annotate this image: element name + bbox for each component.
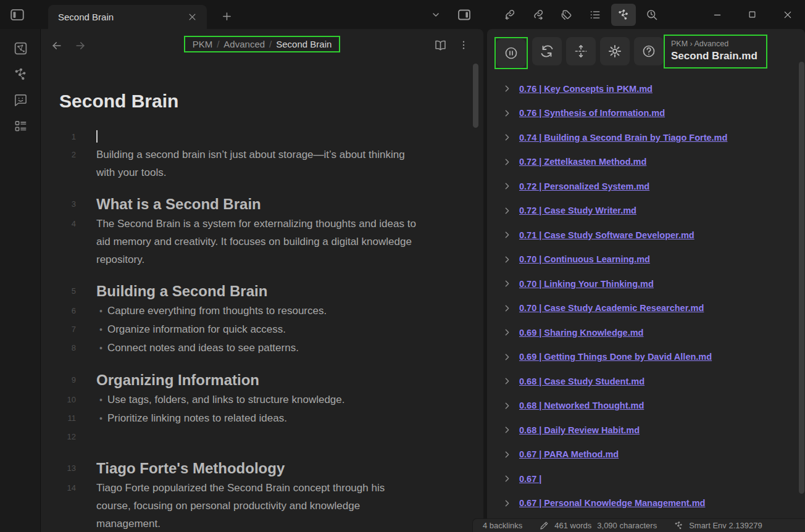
tags-button[interactable] bbox=[554, 4, 579, 26]
connection-item[interactable]: 0.67 | Personal Knowledge Management.md bbox=[487, 491, 805, 516]
connection-item[interactable]: 0.70 | Case Study Academic Researcher.md bbox=[487, 296, 805, 321]
collapse-icon[interactable] bbox=[502, 206, 512, 216]
list-view-button[interactable] bbox=[0, 113, 41, 139]
editor-text[interactable]: The Second Brain is a system for externa… bbox=[96, 215, 416, 268]
editor-text[interactable]: Tiago Forte popularized the Second Brain… bbox=[96, 479, 385, 532]
collapse-icon[interactable] bbox=[502, 449, 512, 460]
collapse-icon[interactable] bbox=[502, 230, 512, 240]
collapse-icon[interactable] bbox=[502, 132, 512, 143]
connection-link[interactable]: 0.68 | Networked Thought.md bbox=[519, 401, 644, 410]
connection-item[interactable]: 0.69 | Sharing Knowledge.md bbox=[487, 320, 805, 345]
backlinks-button[interactable] bbox=[498, 4, 522, 26]
sidebar-right-toggle-button[interactable] bbox=[452, 4, 477, 26]
heading-text[interactable]: Tiago Forte's Methodology bbox=[96, 458, 285, 479]
collapse-icon[interactable] bbox=[502, 108, 512, 118]
connection-item[interactable]: 0.69 | Getting Things Done by David Alle… bbox=[487, 345, 805, 370]
heading-text[interactable]: What is a Second Brain bbox=[96, 194, 261, 215]
breadcrumb-item-current[interactable]: Second Brain bbox=[276, 39, 332, 49]
bullet-text[interactable]: Organize information for quick access. bbox=[96, 320, 286, 339]
connection-item[interactable]: 0.72 | Personalized System.md bbox=[487, 174, 805, 199]
connection-link[interactable]: 0.68 | Case Study Student.md bbox=[519, 376, 644, 386]
more-options-button[interactable] bbox=[455, 36, 472, 54]
panel-scrollbar[interactable] bbox=[799, 62, 804, 494]
connection-item[interactable]: 0.68 | Networked Thought.md bbox=[487, 394, 805, 418]
connection-link[interactable]: 0.67 | Personal Knowledge Management.md bbox=[519, 498, 705, 508]
connection-link[interactable]: 0.67 | bbox=[519, 474, 541, 484]
bullet-text[interactable]: Connect notes and ideas to see patterns. bbox=[96, 339, 299, 357]
search-history-button[interactable] bbox=[640, 4, 664, 26]
collapse-icon[interactable] bbox=[502, 498, 512, 509]
close-button[interactable] bbox=[777, 4, 798, 25]
tab-second-brain[interactable]: Second Brain bbox=[48, 5, 207, 29]
connection-item[interactable]: 0.76 | Synthesis of Information.md bbox=[487, 101, 805, 126]
sidebar-left-toggle-button[interactable] bbox=[9, 6, 26, 23]
note-title[interactable]: Second Brain bbox=[59, 89, 483, 113]
collapse-icon[interactable] bbox=[502, 327, 512, 338]
collapse-icon[interactable] bbox=[502, 83, 512, 94]
connection-item[interactable]: 0.68 | Daily Review Habit.md bbox=[487, 418, 805, 443]
smart-connections-view-button[interactable] bbox=[0, 35, 41, 61]
smart-connections-ribbon-button[interactable] bbox=[0, 61, 41, 87]
connection-link[interactable]: 0.69 | Sharing Knowledge.md bbox=[519, 328, 643, 338]
connection-link[interactable]: 0.72 | Personalized System.md bbox=[519, 181, 649, 191]
outgoing-links-button[interactable] bbox=[526, 4, 551, 26]
smart-chat-button[interactable] bbox=[0, 87, 41, 113]
connection-item[interactable]: 0.70 | Continuous Learning.md bbox=[487, 247, 805, 272]
collapse-icon[interactable] bbox=[502, 278, 512, 289]
connection-link[interactable]: 0.70 | Linking Your Thinking.md bbox=[519, 279, 654, 289]
breadcrumb-item-pkm[interactable]: PKM bbox=[193, 39, 213, 49]
connection-link[interactable]: 0.72 | Case Study Writer.md bbox=[519, 206, 636, 215]
connection-link[interactable]: 0.70 | Continuous Learning.md bbox=[519, 254, 650, 264]
connection-item[interactable]: 0.72 | Zettelkasten Method.md bbox=[487, 150, 805, 175]
heading-text[interactable]: Building a Second Brain bbox=[96, 281, 267, 302]
bullet-text[interactable]: Capture everything from thoughts to reso… bbox=[96, 302, 327, 320]
connection-item[interactable]: 0.72 | Case Study Writer.md bbox=[487, 199, 805, 223]
connection-link[interactable]: 0.76 | Key Concepts in PKM.md bbox=[519, 84, 653, 94]
smart-connections-button[interactable] bbox=[611, 4, 636, 26]
pause-button[interactable] bbox=[496, 39, 526, 67]
heading-text[interactable]: Organizing Information bbox=[96, 370, 259, 391]
settings-button[interactable] bbox=[600, 37, 630, 65]
connection-item[interactable]: 0.67 | PARA Method.md bbox=[487, 443, 805, 467]
editor-text[interactable]: Building a second brain isn’t just about… bbox=[96, 146, 405, 181]
editor-scrollbar[interactable] bbox=[473, 64, 478, 128]
connection-link[interactable]: 0.76 | Synthesis of Information.md bbox=[519, 108, 665, 118]
collapse-icon[interactable] bbox=[502, 254, 512, 265]
connection-link[interactable]: 0.72 | Zettelkasten Method.md bbox=[519, 157, 646, 167]
collapse-icon[interactable] bbox=[502, 473, 512, 484]
connection-item[interactable]: 0.74 | Building a Second Brain by Tiago … bbox=[487, 125, 805, 150]
connection-item[interactable]: 0.71 | Case Study Software Developer.md bbox=[487, 223, 805, 247]
connection-item[interactable]: 0.76 | Key Concepts in PKM.md bbox=[487, 77, 805, 101]
reading-view-button[interactable] bbox=[432, 36, 449, 54]
tab-list-button[interactable] bbox=[423, 4, 448, 26]
new-tab-button[interactable] bbox=[217, 7, 236, 25]
collapse-icon[interactable] bbox=[502, 425, 512, 435]
connection-link[interactable]: 0.68 | Daily Review Habit.md bbox=[519, 425, 640, 435]
collapse-icon[interactable] bbox=[502, 401, 512, 411]
outline-button[interactable] bbox=[583, 4, 607, 26]
minimize-button[interactable] bbox=[707, 4, 728, 25]
collapse-icon[interactable] bbox=[502, 303, 512, 314]
collapse-icon[interactable] bbox=[502, 157, 512, 167]
bullet-text[interactable]: Prioritize linking notes to related idea… bbox=[96, 409, 287, 428]
connection-item[interactable]: 0.68 | Case Study Student.md bbox=[487, 369, 805, 394]
connection-item[interactable]: 0.70 | Linking Your Thinking.md bbox=[487, 272, 805, 296]
connection-link[interactable]: 0.67 | PARA Method.md bbox=[519, 449, 619, 459]
smart-env-status[interactable]: Smart Env 2.139279 bbox=[689, 521, 762, 530]
backlinks-count[interactable]: 4 backlinks bbox=[483, 521, 522, 530]
collapse-icon[interactable] bbox=[502, 352, 512, 362]
fold-toggle-button[interactable] bbox=[566, 37, 596, 65]
maximize-button[interactable] bbox=[742, 4, 763, 25]
collapse-icon[interactable] bbox=[502, 181, 512, 191]
connection-link[interactable]: 0.69 | Getting Things Done by David Alle… bbox=[519, 352, 712, 362]
breadcrumb-item-advanced[interactable]: Advanced bbox=[223, 39, 265, 49]
help-button[interactable] bbox=[634, 37, 664, 65]
connection-link[interactable]: 0.71 | Case Study Software Developer.md bbox=[519, 230, 694, 240]
tab-close-button[interactable] bbox=[185, 10, 199, 25]
refresh-button[interactable] bbox=[532, 37, 562, 65]
connection-link[interactable]: 0.70 | Case Study Academic Researcher.md bbox=[519, 303, 704, 313]
connection-link[interactable]: 0.74 | Building a Second Brain by Tiago … bbox=[519, 133, 727, 143]
collapse-icon[interactable] bbox=[502, 376, 512, 386]
connection-item[interactable]: 0.67 | bbox=[487, 467, 805, 491]
editor-text[interactable] bbox=[96, 128, 98, 146]
